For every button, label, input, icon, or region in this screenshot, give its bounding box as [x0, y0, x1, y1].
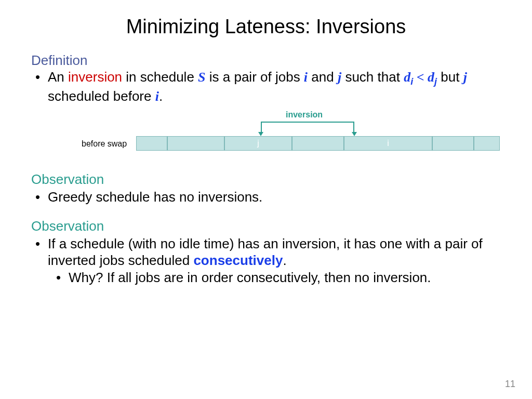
text: such that — [341, 69, 404, 85]
var-i: i — [304, 70, 308, 85]
job-segment-j: j — [224, 136, 292, 151]
text: in schedule — [122, 69, 198, 85]
var-dj: d — [428, 70, 434, 85]
observation-list-2: If a schedule (with no idle time) has an… — [31, 235, 501, 286]
arrow-down-icon — [258, 132, 263, 136]
job-segment-i: i — [344, 136, 432, 151]
arrow-down-icon — [352, 132, 357, 136]
definition-heading: Definition — [31, 52, 501, 69]
sub-bullet: Why? If all jobs are in order consecutiv… — [66, 269, 501, 286]
text: . — [283, 252, 286, 268]
var-di: d — [404, 70, 410, 85]
job-segment — [136, 136, 167, 151]
text: scheduled before — [48, 88, 155, 104]
observation-bullet: If a schedule (with no idle time) has an… — [46, 235, 501, 286]
job-segment — [432, 136, 474, 151]
var-i: i — [155, 89, 159, 104]
observation-heading: Observation — [31, 171, 501, 188]
job-segment — [474, 136, 500, 151]
text: but — [437, 69, 463, 85]
job-segment — [292, 136, 344, 151]
var-S: S — [198, 70, 205, 85]
before-swap-label: before swap — [82, 139, 127, 149]
text: is a pair of jobs — [206, 69, 304, 85]
page-number: 11 — [505, 379, 515, 390]
term-inversion: inversion — [68, 69, 122, 85]
text: An — [48, 69, 68, 85]
job-segment — [167, 136, 224, 151]
text: . — [159, 88, 163, 104]
slide-content: Minimizing Lateness: Inversions Definiti… — [0, 0, 532, 297]
definition-list: An inversion in schedule S is a pair of … — [31, 69, 501, 105]
term-consecutively: consecutively — [193, 252, 283, 268]
sub-list: Why? If all jobs are in order consecutiv… — [48, 269, 501, 286]
observation-heading: Observation — [31, 218, 501, 234]
schedule-bar: j i — [136, 136, 500, 151]
inversion-diagram: inversion before swap j i — [53, 110, 479, 157]
observation-bullet: Greedy schedule has no inversions. — [46, 189, 501, 206]
lt-symbol: < — [413, 70, 428, 85]
var-j: j — [463, 70, 467, 85]
definition-bullet: An inversion in schedule S is a pair of … — [46, 69, 501, 105]
observation-list-1: Greedy schedule has no inversions. — [31, 189, 501, 206]
slide-title: Minimizing Lateness: Inversions — [31, 16, 501, 38]
text: and — [308, 69, 338, 85]
inversion-label: inversion — [286, 110, 323, 119]
inversion-bracket — [261, 122, 354, 133]
